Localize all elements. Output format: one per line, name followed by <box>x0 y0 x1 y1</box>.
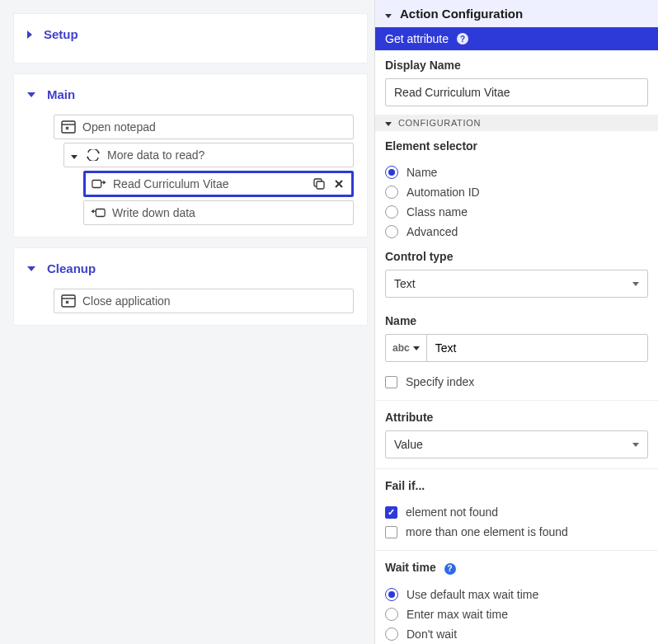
radio-wait-dont[interactable]: Don't wait <box>375 624 658 645</box>
radio-icon <box>385 608 398 621</box>
radio-icon <box>385 628 398 641</box>
step-close-app[interactable]: Close application <box>54 289 354 313</box>
check-label: more than one element is found <box>406 525 568 538</box>
step-label: Close application <box>82 294 346 308</box>
name-field-group: Name abc <box>375 306 658 370</box>
attribute-value: Value <box>394 438 423 451</box>
attribute-select[interactable]: Value <box>385 430 648 458</box>
check-more-than-one[interactable]: more than one element is found <box>375 522 658 548</box>
wait-time-label: Wait time ? <box>385 561 648 575</box>
checkbox-icon <box>385 506 397 519</box>
window-close-icon <box>61 294 76 308</box>
write-icon <box>91 206 106 219</box>
name-field-type-toggle[interactable]: abc <box>386 335 427 361</box>
configuration-subheader[interactable]: CONFIGURATION <box>375 115 658 131</box>
fail-if-label: Fail if... <box>385 479 648 492</box>
svg-rect-5 <box>96 209 105 217</box>
display-name-input[interactable] <box>385 78 648 106</box>
checkbox-icon <box>385 526 397 538</box>
window-close-icon <box>61 120 76 134</box>
step-read-cv[interactable]: Read Curriculum Vitae <box>83 171 354 197</box>
radio-icon <box>385 205 398 219</box>
loop-icon <box>86 149 101 161</box>
radio-wait-enter[interactable]: Enter max wait time <box>375 604 658 624</box>
loop-label: More data to read? <box>107 148 346 162</box>
attribute-label: Attribute <box>385 411 648 424</box>
fail-if-group: Fail if... <box>375 471 658 502</box>
radio-name[interactable]: Name <box>375 162 658 182</box>
name-field-prefix-text: abc <box>392 342 410 354</box>
chevron-down-icon <box>413 346 420 350</box>
control-type-value: Text <box>394 277 416 290</box>
element-selector-group: Element selector <box>375 131 658 162</box>
panel-title-text: Action Configuration <box>400 7 523 21</box>
help-icon[interactable]: ? <box>444 563 456 575</box>
loop-more-data[interactable]: More data to read? <box>63 143 354 167</box>
action-configuration-panel: Action Configuration Get attribute ? Dis… <box>374 0 658 644</box>
panel-title[interactable]: Action Configuration <box>375 0 658 27</box>
section-main: Main Open notepad More data to read? Rea… <box>13 73 368 237</box>
section-main-title: Main <box>47 87 75 101</box>
section-setup-header[interactable]: Setup <box>14 14 367 54</box>
section-main-header[interactable]: Main <box>14 74 367 111</box>
radio-automation-id[interactable]: Automation ID <box>375 182 658 202</box>
control-type-group: Control type Text <box>375 242 658 306</box>
radio-advanced[interactable]: Advanced <box>375 222 658 242</box>
delete-icon[interactable] <box>332 177 345 190</box>
help-icon[interactable]: ? <box>457 33 468 45</box>
caret-down-icon <box>27 266 35 271</box>
step-label: Open notepad <box>82 120 346 134</box>
radio-label: Advanced <box>407 225 458 238</box>
caret-down-icon <box>27 92 35 97</box>
element-selector-label: Element selector <box>385 139 648 153</box>
radio-icon <box>385 588 398 601</box>
display-name-label: Display Name <box>385 59 648 72</box>
radio-class-name[interactable]: Class name <box>375 202 658 222</box>
step-label: Write down data <box>112 206 346 219</box>
radio-label: Name <box>407 166 437 179</box>
section-cleanup-header[interactable]: Cleanup <box>14 248 367 285</box>
display-name-group: Display Name <box>375 50 658 115</box>
wait-time-group: Wait time ? <box>375 552 658 585</box>
action-type-bar: Get attribute ? <box>375 27 658 50</box>
attribute-group: Attribute Value <box>375 402 658 467</box>
radio-icon <box>385 166 398 179</box>
radio-icon <box>385 186 398 199</box>
chevron-down-icon <box>632 282 639 286</box>
svg-rect-4 <box>317 181 324 189</box>
svg-rect-2 <box>92 181 101 188</box>
section-setup: Setup <box>13 13 368 63</box>
checkbox-icon <box>385 376 397 388</box>
read-icon <box>92 177 106 190</box>
step-open-notepad[interactable]: Open notepad <box>54 115 354 139</box>
check-element-not-found[interactable]: element not found <box>375 502 658 522</box>
control-type-select[interactable]: Text <box>385 270 648 298</box>
radio-label: Don't wait <box>407 628 457 641</box>
caret-down-icon <box>385 118 392 128</box>
caret-down-icon <box>71 148 78 162</box>
section-cleanup-title: Cleanup <box>47 261 96 275</box>
check-label: element not found <box>406 505 498 519</box>
caret-down-icon <box>385 7 392 21</box>
radio-wait-default[interactable]: Use default max wait time <box>375 585 658 604</box>
radio-label: Automation ID <box>407 186 480 199</box>
copy-icon[interactable] <box>313 177 326 190</box>
radio-label: Class name <box>407 205 468 219</box>
section-setup-title: Setup <box>44 27 78 41</box>
radio-label: Enter max wait time <box>407 608 508 621</box>
radio-label: Use default max wait time <box>407 588 538 601</box>
step-label: Read Curriculum Vitae <box>113 177 313 190</box>
control-type-label: Control type <box>385 250 648 263</box>
check-specify-index[interactable]: Specify index <box>375 370 658 398</box>
section-cleanup: Cleanup Close application <box>13 247 368 326</box>
check-label: Specify index <box>406 375 474 388</box>
chevron-down-icon <box>632 443 639 447</box>
radio-icon <box>385 225 398 238</box>
workflow-tree-panel: Setup Main Open notepad More data to rea… <box>0 0 374 644</box>
step-write-down[interactable]: Write down data <box>83 200 354 225</box>
configuration-subheader-text: CONFIGURATION <box>398 118 481 128</box>
name-field-label: Name <box>385 314 648 327</box>
action-type-label: Get attribute <box>385 32 449 45</box>
caret-right-icon <box>27 31 32 39</box>
name-field-input[interactable] <box>427 335 647 361</box>
